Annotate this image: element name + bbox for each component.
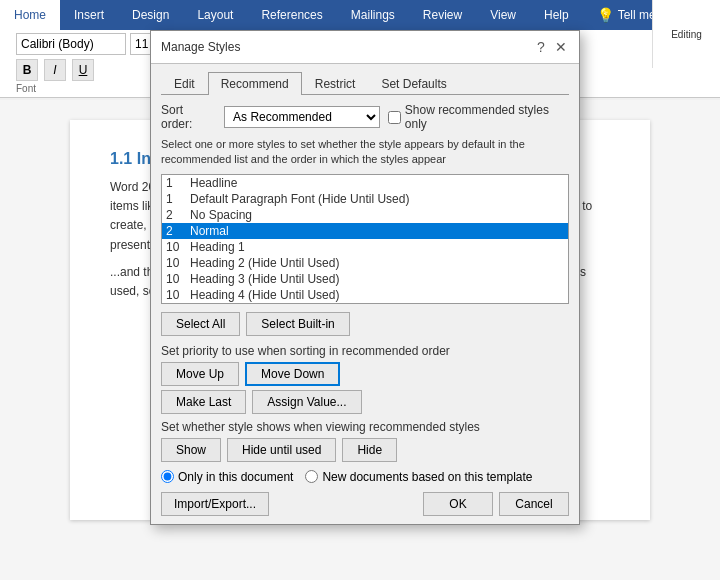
sort-order-row: Sort order: As Recommended Alphabetical … <box>161 103 569 131</box>
priority-buttons-row: Move Up Move Down <box>161 362 569 386</box>
font-format-row: B I U <box>16 59 94 81</box>
show-recommended-label: Show recommended styles only <box>405 103 569 131</box>
tab-set-defaults[interactable]: Set Defaults <box>368 72 459 95</box>
hide-button[interactable]: Hide <box>342 438 397 462</box>
make-last-button[interactable]: Make Last <box>161 390 246 414</box>
list-item-normal[interactable]: 2 Normal <box>162 223 568 239</box>
tab-help[interactable]: Help <box>530 0 583 30</box>
ribbon-tab-bar: Home Insert Design Layout References Mai… <box>0 0 720 30</box>
styles-list-container[interactable]: 1 Headline 1 Default Paragraph Font (Hid… <box>161 174 569 304</box>
select-builtin-button[interactable]: Select Built-in <box>246 312 349 336</box>
sort-order-select[interactable]: As Recommended Alphabetical As in Menu <box>224 106 380 128</box>
show-recommended-row: Show recommended styles only <box>388 103 569 131</box>
cancel-button[interactable]: Cancel <box>499 492 569 516</box>
list-item[interactable]: 1 Headline <box>162 175 568 191</box>
tab-recommend[interactable]: Recommend <box>208 72 302 95</box>
select-buttons-row: Select All Select Built-in <box>161 312 569 336</box>
tab-references[interactable]: References <box>247 0 336 30</box>
underline-button[interactable]: U <box>72 59 94 81</box>
radio-new-documents[interactable]: New documents based on this template <box>305 470 532 484</box>
radio-this-document-label: Only in this document <box>178 470 293 484</box>
dialog-controls: ? ✕ <box>533 39 569 55</box>
show-button[interactable]: Show <box>161 438 221 462</box>
tab-view[interactable]: View <box>476 0 530 30</box>
italic-button[interactable]: I <box>44 59 66 81</box>
tab-review[interactable]: Review <box>409 0 476 30</box>
dialog-title: Manage Styles <box>161 40 240 54</box>
priority-buttons-row-2: Make Last Assign Value... <box>161 390 569 414</box>
font-controls <box>16 33 166 55</box>
radio-this-document[interactable]: Only in this document <box>161 470 293 484</box>
tab-layout[interactable]: Layout <box>183 0 247 30</box>
tab-edit[interactable]: Edit <box>161 72 208 95</box>
sort-order-label: Sort order: <box>161 103 216 131</box>
visibility-buttons-row: Show Hide until used Hide <box>161 438 569 462</box>
priority-label: Set priority to use when sorting in reco… <box>161 344 569 358</box>
dialog-titlebar: Manage Styles ? ✕ <box>151 31 579 64</box>
radio-new-documents-input[interactable] <box>305 470 318 483</box>
visibility-label: Set whether style shows when viewing rec… <box>161 420 569 434</box>
close-icon[interactable]: ✕ <box>553 39 569 55</box>
editing-panel: Editing <box>652 0 720 68</box>
dialog-tabs: Edit Recommend Restrict Set Defaults <box>161 72 569 95</box>
import-export-button[interactable]: Import/Export... <box>161 492 269 516</box>
list-item[interactable]: 10 Heading 1 <box>162 239 568 255</box>
list-item[interactable]: 10 Heading 5 (Hide Until Used) <box>162 303 568 304</box>
bold-button[interactable]: B <box>16 59 38 81</box>
ok-cancel-row: OK Cancel <box>423 492 569 516</box>
bottom-button-row: Import/Export... OK Cancel <box>161 492 569 516</box>
move-down-button[interactable]: Move Down <box>245 362 340 386</box>
tab-insert[interactable]: Insert <box>60 0 118 30</box>
select-all-button[interactable]: Select All <box>161 312 240 336</box>
ok-button[interactable]: OK <box>423 492 493 516</box>
assign-value-button[interactable]: Assign Value... <box>252 390 361 414</box>
manage-styles-dialog: Manage Styles ? ✕ Edit Recommend Restric… <box>150 30 580 525</box>
manage-styles-dialog-overlay: Manage Styles ? ✕ Edit Recommend Restric… <box>150 30 580 525</box>
list-item[interactable]: 2 No Spacing <box>162 207 568 223</box>
radio-this-document-input[interactable] <box>161 470 174 483</box>
dialog-body: Edit Recommend Restrict Set Defaults Sor… <box>151 64 579 524</box>
radio-new-documents-label: New documents based on this template <box>322 470 532 484</box>
tab-home[interactable]: Home <box>0 0 60 30</box>
list-item[interactable]: 10 Heading 3 (Hide Until Used) <box>162 271 568 287</box>
move-up-button[interactable]: Move Up <box>161 362 239 386</box>
tab-design[interactable]: Design <box>118 0 183 30</box>
radio-row: Only in this document New documents base… <box>161 470 569 484</box>
font-section-label: Font <box>16 83 36 94</box>
info-text: Select one or more styles to set whether… <box>161 137 569 168</box>
editing-label: Editing <box>671 29 702 40</box>
list-item[interactable]: 10 Heading 4 (Hide Until Used) <box>162 287 568 303</box>
list-item[interactable]: 10 Heading 2 (Hide Until Used) <box>162 255 568 271</box>
list-item[interactable]: 1 Default Paragraph Font (Hide Until Use… <box>162 191 568 207</box>
tab-restrict[interactable]: Restrict <box>302 72 369 95</box>
show-recommended-checkbox[interactable] <box>388 111 401 124</box>
help-icon[interactable]: ? <box>533 39 549 55</box>
font-name-input[interactable] <box>16 33 126 55</box>
hide-until-used-button[interactable]: Hide until used <box>227 438 336 462</box>
tab-mailings[interactable]: Mailings <box>337 0 409 30</box>
